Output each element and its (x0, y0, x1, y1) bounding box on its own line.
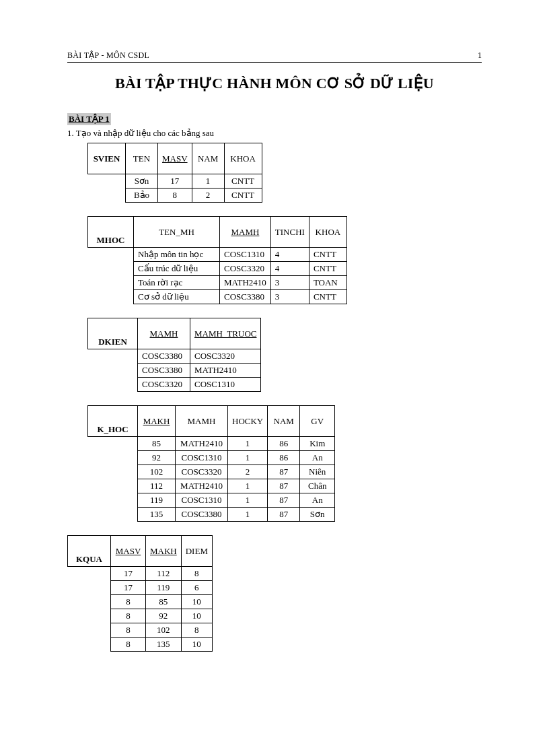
cell: COSC3320 (220, 262, 271, 276)
cell: COSC1310 (176, 451, 228, 465)
col-header: MAMH_TRUOC (190, 318, 261, 349)
cell: Chân (300, 479, 335, 493)
col-header: MAKH (138, 406, 176, 437)
col-header: TEN_MH (134, 217, 220, 248)
table-row: 92 COSC1310 1 86 An (88, 451, 335, 465)
cell: 8 (111, 638, 146, 652)
cell: 10 (181, 595, 212, 609)
cell: COSC3380 (138, 349, 190, 364)
cell: 10 (181, 638, 212, 652)
cell: 85 (138, 437, 176, 451)
col-header: KHOA (309, 217, 346, 248)
cell: 8 (111, 595, 146, 609)
header-right: 1 (478, 50, 482, 61)
kqua-table-wrap: KQUA MASV MAKH DIEM 17 112 8 17 119 6 8 … (67, 535, 482, 652)
col-header: MASV (158, 143, 192, 174)
dkien-table-wrap: DKIEN MAMH MAMH_TRUOC COSC3380 COSC3320 … (87, 318, 482, 392)
cell: 4 (270, 248, 309, 262)
col-header: GV (300, 406, 335, 437)
cell: 8 (181, 623, 212, 638)
col-header: TINCHI (270, 217, 309, 248)
cell: 1 (192, 174, 224, 188)
cell: MATH2410 (190, 364, 261, 378)
col-header: HOCKY (228, 406, 268, 437)
col-header: TEN (126, 143, 158, 174)
cell: 87 (268, 465, 300, 479)
exercise-label-wrap: BÀI TẬP 1 (67, 112, 482, 128)
cell: COSC3380 (176, 508, 228, 522)
cell: COSC3320 (190, 349, 261, 364)
cell: 85 (146, 595, 182, 609)
cell: 1 (228, 437, 268, 451)
table-name: MHOC (88, 217, 134, 248)
cell: MATH2410 (176, 437, 228, 451)
col-header: MAKH (146, 536, 182, 567)
table-name: SVIEN (88, 143, 126, 174)
table-row: Sơn 17 1 CNTT (88, 174, 262, 188)
dkien-table: DKIEN MAMH MAMH_TRUOC COSC3380 COSC3320 … (87, 318, 261, 392)
cell: An (300, 451, 335, 465)
cell: COSC1310 (220, 248, 271, 262)
col-header: DIEM (181, 536, 212, 567)
page-header: BÀI TẬP - MÔN CSDL 1 (67, 50, 482, 63)
table-row: 17 112 8 (68, 567, 213, 581)
table-name: DKIEN (88, 318, 138, 349)
cell: CNTT (224, 174, 262, 188)
cell: Cấu trúc dữ liệu (134, 262, 220, 276)
cell: CNTT (309, 290, 346, 304)
cell: 8 (181, 567, 212, 581)
cell: 1 (228, 508, 268, 522)
cell: 1 (228, 479, 268, 493)
cell: CNTT (309, 262, 346, 276)
cell: 112 (146, 567, 182, 581)
cell: 87 (268, 508, 300, 522)
cell: 2 (228, 465, 268, 479)
cell: Kim (300, 437, 335, 451)
cell: Bảo (126, 188, 158, 203)
cell: 8 (111, 609, 146, 623)
col-header: MASV (111, 536, 146, 567)
cell: Sơn (126, 174, 158, 188)
table-row: 135 COSC3380 1 87 Sơn (88, 508, 335, 522)
table-row: Cơ sở dữ liệu COSC3380 3 CNTT (88, 290, 347, 304)
cell: 135 (138, 508, 176, 522)
cell: 87 (268, 479, 300, 493)
col-header: NAM (192, 143, 224, 174)
table-row: Bảo 8 2 CNTT (88, 188, 262, 203)
table-row: 8 102 8 (68, 623, 213, 638)
cell: 102 (146, 623, 182, 638)
cell: COSC1310 (176, 493, 228, 508)
cell: Nhập môn tin học (134, 248, 220, 262)
cell: 10 (181, 609, 212, 623)
khoc-table-wrap: K_HOC MAKH MAMH HOCKY NAM GV 85 MATH2410… (87, 405, 482, 522)
table-row: COSC3380 COSC3320 (88, 349, 261, 364)
col-header: KHOA (224, 143, 262, 174)
cell: 102 (138, 465, 176, 479)
cell: Toán rời rạc (134, 276, 220, 290)
cell: 17 (111, 567, 146, 581)
page-title: BÀI TẬP THỰC HÀNH MÔN CƠ SỞ DỮ LIỆU (67, 75, 482, 92)
cell: 1 (228, 493, 268, 508)
cell: 112 (138, 479, 176, 493)
cell: 3 (270, 290, 309, 304)
table-row: 112 MATH2410 1 87 Chân (88, 479, 335, 493)
cell: COSC3380 (220, 290, 271, 304)
cell: An (300, 493, 335, 508)
cell: 3 (270, 276, 309, 290)
cell: 8 (158, 188, 192, 203)
cell: 17 (158, 174, 192, 188)
table-row: 17 119 6 (68, 581, 213, 595)
table-name: K_HOC (88, 406, 138, 437)
khoc-table: K_HOC MAKH MAMH HOCKY NAM GV 85 MATH2410… (87, 405, 335, 522)
kqua-table: KQUA MASV MAKH DIEM 17 112 8 17 119 6 8 … (67, 535, 213, 652)
col-header: MAMH (220, 217, 271, 248)
cell: Niên (300, 465, 335, 479)
cell: 119 (138, 493, 176, 508)
cell: 119 (146, 581, 182, 595)
cell: 1 (228, 451, 268, 465)
cell: MATH2410 (176, 479, 228, 493)
cell: 92 (138, 451, 176, 465)
table-row: 102 COSC3320 2 87 Niên (88, 465, 335, 479)
exercise-label: BÀI TẬP 1 (67, 113, 111, 125)
table-row: Nhập môn tin học COSC1310 4 CNTT (88, 248, 347, 262)
